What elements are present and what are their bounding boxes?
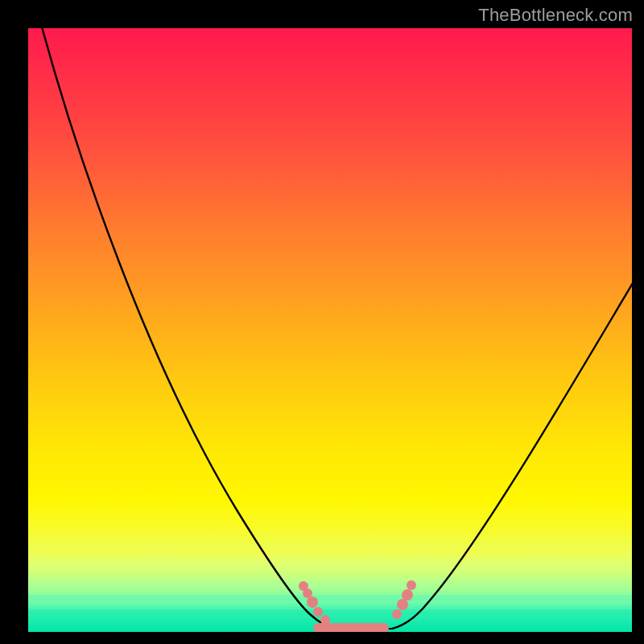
marker-dot bbox=[307, 597, 318, 608]
marker-pill bbox=[313, 623, 389, 632]
marker-dot bbox=[392, 609, 402, 619]
right-curve bbox=[392, 282, 632, 629]
outer-frame: TheBottleneck.com bbox=[0, 0, 644, 644]
left-curve bbox=[38, 28, 336, 629]
curve-layer bbox=[28, 28, 632, 632]
marker-dot bbox=[402, 589, 413, 601]
marker-dot bbox=[397, 599, 408, 610]
marker-dot bbox=[407, 580, 416, 590]
marker-dot bbox=[313, 607, 323, 617]
plot-area bbox=[28, 28, 632, 632]
watermark-text: TheBottleneck.com bbox=[478, 5, 633, 26]
